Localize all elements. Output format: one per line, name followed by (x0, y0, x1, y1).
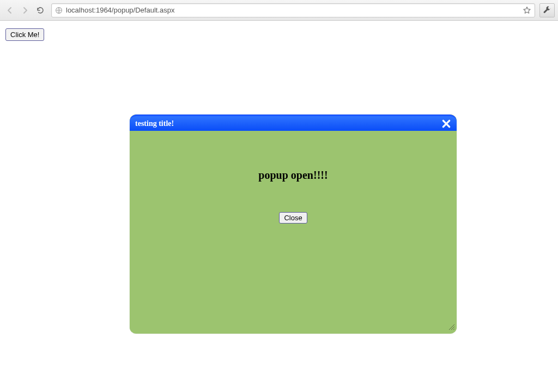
popup-title: testing title! (135, 119, 174, 128)
globe-icon (55, 7, 63, 14)
close-icon[interactable] (441, 119, 451, 129)
popup-dialog: testing title! popup open!!!! Close (130, 114, 457, 334)
popup-body: popup open!!!! Close (130, 131, 457, 332)
click-me-button[interactable]: Click Me! (5, 28, 44, 41)
close-button[interactable]: Close (279, 212, 307, 224)
wrench-icon (543, 6, 551, 15)
resize-handle-icon[interactable] (448, 323, 454, 330)
star-icon[interactable] (523, 6, 531, 15)
url-text: localhost:1964/popup/Default.aspx (66, 6, 519, 14)
reload-icon (36, 6, 45, 15)
reload-button[interactable] (34, 4, 47, 17)
page-content: Click Me! testing title! popup open!!!! … (0, 21, 558, 392)
arrow-left-icon (5, 6, 14, 15)
popup-titlebar[interactable]: testing title! (130, 114, 457, 131)
wrench-menu-button[interactable] (539, 3, 555, 17)
back-button[interactable] (3, 4, 16, 17)
address-bar[interactable]: localhost:1964/popup/Default.aspx (51, 3, 535, 17)
popup-message: popup open!!!! (130, 131, 457, 182)
forward-button[interactable] (19, 4, 32, 17)
arrow-right-icon (21, 6, 29, 15)
browser-toolbar: localhost:1964/popup/Default.aspx (0, 0, 558, 21)
